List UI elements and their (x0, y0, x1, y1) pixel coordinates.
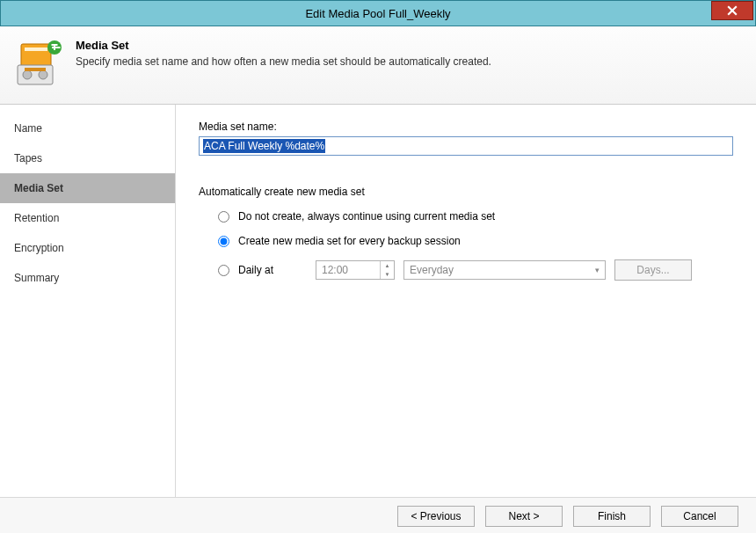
radio-do-not-create-label: Do not create, always continue using cur… (238, 210, 495, 223)
radio-do-not-create[interactable] (218, 211, 229, 223)
svg-rect-3 (25, 47, 47, 51)
window-title: Edit Media Pool Full_Weekly (1, 7, 755, 20)
svg-rect-2 (21, 44, 51, 67)
radio-per-session-label: Create new media set for every backup se… (238, 235, 461, 247)
auto-create-section-title: Automatically create new media set (199, 186, 733, 198)
sidebar-item-media-set[interactable]: Media Set (0, 173, 175, 203)
days-button[interactable]: Days... (614, 259, 692, 281)
wizard-content: Media set name: ACA Full Weekly %date% A… (176, 105, 756, 497)
wizard-body: Name Tapes Media Set Retention Encryptio… (0, 105, 756, 497)
radio-row-daily: Daily at 12:00 ▲ ▼ Everyday ▾ Days... (199, 259, 733, 281)
sidebar-item-encryption[interactable]: Encryption (0, 233, 175, 263)
header-description: Specify media set name and how often a n… (76, 55, 491, 68)
svg-point-10 (39, 70, 47, 79)
sidebar-item-retention[interactable]: Retention (0, 203, 175, 233)
daily-time-value: 12:00 (316, 264, 380, 276)
close-button[interactable] (711, 1, 753, 20)
daily-frequency-combo[interactable]: Everyday ▾ (403, 260, 606, 280)
radio-daily-label: Daily at (238, 264, 291, 276)
daily-frequency-value: Everyday (404, 264, 589, 276)
wizard-sidebar: Name Tapes Media Set Retention Encryptio… (0, 105, 176, 497)
chevron-down-icon: ▾ (589, 266, 605, 274)
radio-daily[interactable] (218, 265, 229, 276)
sidebar-item-name[interactable]: Name (0, 113, 175, 143)
radio-row-do-not-create: Do not create, always continue using cur… (199, 210, 733, 223)
daily-time-spinner[interactable]: 12:00 ▲ ▼ (316, 260, 395, 280)
spinner-up-icon: ▲ (381, 261, 394, 270)
finish-button[interactable]: Finish (573, 506, 651, 527)
cancel-button[interactable]: Cancel (661, 506, 738, 527)
radio-row-per-session: Create new media set for every backup se… (199, 235, 733, 247)
svg-rect-11 (25, 68, 46, 71)
sidebar-item-summary[interactable]: Summary (0, 263, 175, 293)
media-set-name-label: Media set name: (199, 120, 733, 133)
titlebar: Edit Media Pool Full_Weekly (0, 0, 756, 26)
close-icon (727, 5, 738, 16)
wizard-header: Media Set Specify media set name and how… (0, 26, 756, 105)
svg-point-9 (23, 70, 32, 79)
media-set-icon (16, 39, 65, 88)
header-title: Media Set (76, 39, 491, 52)
previous-button[interactable]: < Previous (397, 506, 475, 527)
sidebar-item-tapes[interactable]: Tapes (0, 143, 175, 173)
media-set-name-input[interactable]: ACA Full Weekly %date% (199, 136, 733, 156)
media-set-name-value: ACA Full Weekly %date% (203, 139, 325, 153)
wizard-footer: < Previous Next > Finish Cancel (0, 497, 756, 533)
radio-per-session[interactable] (218, 236, 229, 247)
spinner-down-icon: ▼ (381, 270, 394, 279)
next-button[interactable]: Next > (485, 506, 563, 527)
